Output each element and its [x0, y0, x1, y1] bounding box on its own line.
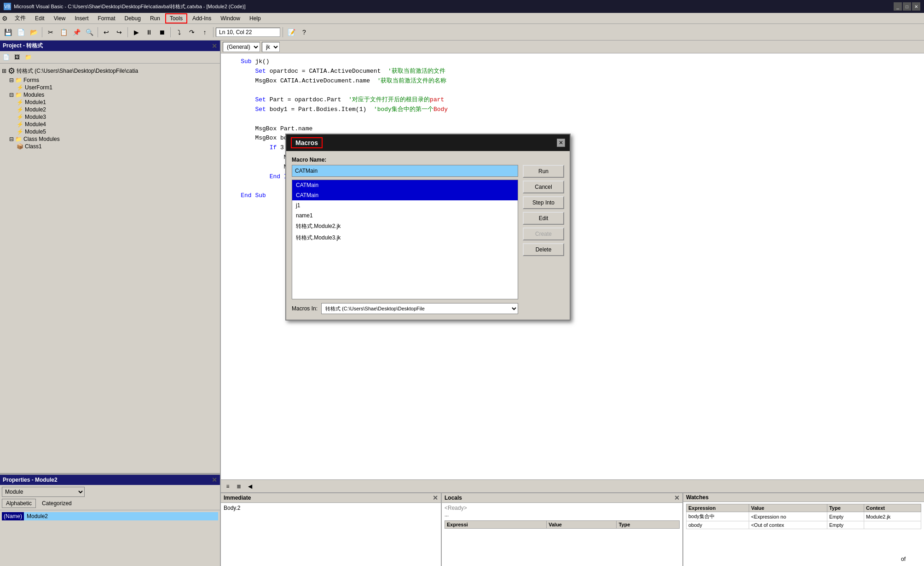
menu-view[interactable]: View	[50, 14, 70, 23]
watches-row1-expression: body集合中	[687, 512, 749, 521]
code-line-6: Set body1 = Part.Bodies.Item(1) 'body集合中…	[226, 105, 918, 115]
locals-col-value: Value	[547, 521, 617, 529]
tree-module3[interactable]: ⚡ Module3	[17, 113, 218, 121]
menu-addins[interactable]: Add-Ins	[188, 14, 215, 23]
menu-format[interactable]: Format	[94, 14, 120, 23]
view-form-btn[interactable]: 🖼	[12, 52, 22, 62]
macro-content-row: CATMain CATMain j1 name1 转格式.Module2.jk …	[292, 165, 564, 314]
immediate-title: Immediate ✕	[221, 493, 441, 503]
copy-btn[interactable]: 📋	[58, 26, 69, 38]
menu-tools[interactable]: Tools	[165, 13, 187, 23]
watches-row2-value: <Out of contex	[749, 521, 827, 529]
create-btn[interactable]: Create	[523, 228, 564, 240]
project-close-btn[interactable]: ✕	[212, 42, 217, 50]
close-btn[interactable]: ✕	[912, 2, 920, 11]
sep4	[170, 27, 171, 37]
step2-btn[interactable]: ↷	[186, 26, 198, 38]
tree-class1[interactable]: 📦 Class1	[17, 143, 218, 150]
macro-item-name1[interactable]: name1	[292, 210, 518, 221]
locals-close-btn[interactable]: ✕	[674, 494, 680, 502]
locals-panel: Locals ✕ <Ready> ··· Expressi Value Type	[442, 493, 683, 566]
tree-module2[interactable]: ⚡ Module2	[17, 106, 218, 113]
immediate-panel: Immediate ✕ Body.2	[221, 493, 442, 566]
macros-btn[interactable]: 📝	[285, 26, 297, 38]
watches-col-expression: Expression	[687, 504, 749, 512]
macro-buttons-col: Run Cancel Step Into Edit Create Delete	[523, 165, 564, 314]
paste-btn[interactable]: 📌	[70, 26, 82, 38]
delete-btn[interactable]: Delete	[523, 243, 564, 256]
menu-run[interactable]: Run	[146, 14, 164, 23]
minimize-btn[interactable]: _	[894, 2, 902, 11]
code-toolbar-btn2[interactable]: ≣	[234, 481, 244, 491]
step1-btn[interactable]: ⤵	[173, 26, 185, 38]
module3-icon: ⚡	[17, 114, 23, 120]
step3-btn[interactable]: ↑	[199, 26, 211, 38]
open-btn[interactable]: 📂	[28, 26, 40, 38]
step-into-btn[interactable]: Step Into	[523, 196, 564, 209]
code-toolbar-scroll-left[interactable]: ◀	[245, 481, 255, 491]
undo-btn[interactable]: ↩	[100, 26, 112, 38]
classmodules-expand-icon: ⊟	[9, 136, 14, 142]
cut-btn[interactable]: ✂	[45, 26, 57, 38]
menu-help[interactable]: Help	[245, 14, 265, 23]
tree-userform1[interactable]: ⚡ UserForm1	[17, 84, 218, 91]
macro-item-j1[interactable]: j1	[292, 200, 518, 210]
macro-list[interactable]: CATMain CATMain j1 name1 转格式.Module2.jk …	[292, 180, 518, 299]
module5-icon: ⚡	[17, 128, 23, 135]
watches-row1-type: Empty	[827, 512, 864, 521]
immediate-content[interactable]: Body.2	[221, 503, 441, 566]
pause-btn[interactable]: ⏸	[143, 26, 155, 38]
class1-icon: 📦	[17, 143, 23, 150]
toggle-folders-btn[interactable]: 📁	[23, 52, 33, 62]
procedure-dropdown[interactable]: jk	[262, 42, 280, 52]
view-code-btn[interactable]: 📄	[1, 52, 11, 62]
macro-item-catmain-top[interactable]: CATMain	[292, 180, 518, 190]
toolbar: 💾 📄 📂 ✂ 📋 📌 🔍 ↩ ↪ ▶ ⏸ ⏹ ⤵ ↷ ↑ Ln 10, Col…	[0, 24, 924, 41]
tree-root[interactable]: ⊞ ⚙ 转格式 (C:\Users\Shae\Desktop\DesktopFi…	[2, 65, 218, 76]
forms-group: ⊟ 📁 Forms ⚡ UserForm1	[9, 76, 218, 91]
save-btn[interactable]: 💾	[2, 26, 14, 38]
watches-table: Expression Value Type Context body集合中 <E…	[686, 504, 921, 529]
tab-categorized[interactable]: Categorized	[38, 499, 76, 508]
watches-col-context: Context	[864, 504, 921, 512]
tab-alphabetic[interactable]: Alphabetic	[2, 499, 36, 508]
redo-btn[interactable]: ↪	[113, 26, 125, 38]
tree-module5[interactable]: ⚡ Module5	[17, 128, 218, 135]
cancel-btn[interactable]: Cancel	[523, 181, 564, 193]
properties-close-btn[interactable]: ✕	[212, 476, 217, 484]
macro-item-zhuangeshi-module2[interactable]: 转格式.Module2.jk	[292, 221, 518, 232]
macro-item-catmain[interactable]: CATMain	[292, 190, 518, 200]
macros-dialog-close-btn[interactable]: ✕	[557, 139, 565, 147]
tree-module4[interactable]: ⚡ Module4	[17, 121, 218, 128]
run-btn[interactable]: Run	[523, 165, 564, 178]
menu-file[interactable]: 文件	[11, 13, 30, 23]
menu-debug[interactable]: Debug	[121, 14, 145, 23]
stop-btn[interactable]: ⏹	[156, 26, 168, 38]
tree-forms[interactable]: ⊟ 📁 Forms	[9, 76, 218, 84]
new-btn[interactable]: 📄	[15, 26, 27, 38]
tree-classmodules[interactable]: ⊟ 📁 Class Modules	[9, 135, 218, 143]
menu-edit[interactable]: Edit	[31, 14, 49, 23]
watches-row2-expression: obody	[687, 521, 749, 529]
classmodules-group: ⊟ 📁 Class Modules 📦 Class1	[9, 135, 218, 150]
menu-insert[interactable]: Insert	[70, 14, 92, 23]
help-btn[interactable]: ?	[298, 26, 310, 38]
properties-type-select[interactable]: Module	[2, 487, 85, 497]
restore-btn[interactable]: □	[903, 2, 911, 11]
tree-modules[interactable]: ⊟ 📁 Modules	[9, 91, 218, 99]
macros-in-select[interactable]: 转格式 (C:\Users\Shae\Desktop\DesktopFile	[321, 303, 518, 314]
macro-item-zhuangeshi-module3[interactable]: 转格式.Module3.jk	[292, 232, 518, 244]
tree-module1[interactable]: ⚡ Module1	[17, 99, 218, 106]
modules-group: ⊟ 📁 Modules ⚡ Module1 ⚡ Module2	[9, 91, 218, 135]
macros-dialog-titlebar: Macros ✕	[286, 134, 570, 151]
edit-btn[interactable]: Edit	[523, 212, 564, 225]
menu-window[interactable]: Window	[216, 14, 244, 23]
code-line-8: MsgBox Part.name	[226, 124, 918, 134]
immediate-close-btn[interactable]: ✕	[433, 494, 438, 502]
app-logo-icon: ⚙	[2, 15, 8, 22]
code-toolbar-btn1[interactable]: ≡	[223, 481, 233, 491]
find-btn[interactable]: 🔍	[83, 26, 95, 38]
general-dropdown[interactable]: (General)	[223, 42, 260, 52]
macro-name-input[interactable]	[292, 165, 518, 177]
run-code-btn[interactable]: ▶	[130, 26, 142, 38]
